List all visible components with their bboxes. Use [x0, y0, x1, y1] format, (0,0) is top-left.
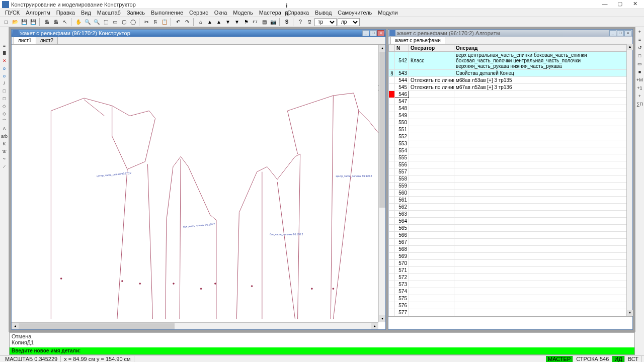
algo-row[interactable]: 557: [389, 168, 632, 175]
menu-Выполнение[interactable]: Выполнение: [148, 9, 186, 17]
doc-icon[interactable]: ▤: [260, 18, 268, 26]
algo-row[interactable]: 558: [389, 175, 632, 183]
menu-Запись[interactable]: Запись: [124, 9, 148, 17]
algo-row[interactable]: 571: [389, 267, 632, 274]
close-button[interactable]: ✕: [628, 1, 642, 9]
menu-Самоучитель[interactable]: Самоучитель: [335, 9, 375, 17]
algo-row[interactable]: 569: [389, 253, 632, 260]
col-s[interactable]: [389, 45, 395, 52]
undo-icon[interactable]: ↶: [174, 18, 182, 26]
menu-Масштаб[interactable]: Масштаб: [94, 9, 124, 17]
rtool-1[interactable]: ≡: [636, 37, 644, 44]
algorithm-titlebar[interactable]: жакет с рельефами (96:170:2) Алгоритм _ …: [388, 30, 632, 37]
algo-row[interactable]: 548: [389, 105, 632, 112]
print-icon[interactable]: 🖶: [43, 18, 51, 26]
mdi-max-button[interactable]: □: [370, 30, 377, 36]
combo-tr[interactable]: тр: [314, 18, 337, 26]
pattern-canvas[interactable]: центр_часть_спинки 96:170:2 бок_часть_сп…: [12, 45, 385, 329]
command-prompt[interactable]: Введите новое имя детали:: [10, 347, 634, 354]
algo-row[interactable]: 544Отложить по линиим68ав л53ав [+] 3 тр…: [389, 77, 632, 84]
ltool-1[interactable]: ≣: [1, 50, 9, 57]
algo-row[interactable]: 559: [389, 183, 632, 190]
ltool-14[interactable]: 'a': [1, 148, 9, 155]
algo-row[interactable]: 575: [389, 295, 632, 302]
col-n[interactable]: N: [395, 45, 409, 52]
t3-icon[interactable]: ▼: [224, 18, 232, 26]
algo-row[interactable]: 573: [389, 281, 632, 288]
arrow-icon[interactable]: ↖: [61, 18, 69, 26]
paste-icon[interactable]: 📋: [160, 18, 169, 26]
t4-icon[interactable]: ▼: [233, 18, 241, 26]
ltool-10[interactable]: ⌒: [1, 118, 9, 125]
canvas-hscroll[interactable]: ◂▸: [12, 322, 378, 329]
rtool-5[interactable]: ■: [636, 69, 644, 76]
algo-row[interactable]: 560: [389, 190, 632, 197]
up-icon[interactable]: ⌂: [197, 18, 205, 26]
algo-row[interactable]: 562: [389, 204, 632, 211]
maximize-button[interactable]: ▢: [613, 1, 627, 9]
algo-row[interactable]: 549: [389, 112, 632, 119]
algo-row[interactable]: 572: [389, 274, 632, 281]
canvas-vscroll[interactable]: ▴▾: [378, 45, 385, 322]
menu-Алгоритм[interactable]: Алгоритм: [23, 9, 53, 17]
algo-row[interactable]: 550: [389, 119, 632, 126]
ltool-5[interactable]: /: [1, 80, 9, 87]
rtool-3[interactable]: □: [636, 53, 644, 60]
constructor-titlebar[interactable]: жакет с рельефами (96:170:2) Конструктор…: [12, 30, 385, 37]
minimize-button[interactable]: —: [598, 1, 612, 9]
algo-row[interactable]: 552: [389, 133, 632, 140]
flag-icon[interactable]: ⚑: [242, 18, 250, 26]
ltool-4[interactable]: o: [1, 72, 9, 79]
help-icon[interactable]: ?: [296, 18, 304, 26]
rtool-0[interactable]: +: [636, 29, 644, 36]
f7-icon[interactable]: F7: [251, 18, 259, 26]
ltool-3[interactable]: o: [1, 65, 9, 72]
menu-Вывод[interactable]: Вывод: [312, 9, 335, 17]
cam-icon[interactable]: 📷: [269, 18, 277, 26]
menu-ПУСК[interactable]: ПУСК: [2, 9, 23, 17]
tool-i[interactable]: i: [283, 2, 291, 10]
rtool-2[interactable]: ↺: [636, 45, 644, 52]
algo-row[interactable]: 551: [389, 126, 632, 133]
menu-Окна[interactable]: Окна: [211, 9, 230, 17]
ltool-0[interactable]: ≡: [1, 42, 9, 49]
algo-row[interactable]: 565: [389, 225, 632, 232]
algo-row[interactable]: 576: [389, 302, 632, 309]
menu-Модель[interactable]: Модель: [230, 9, 256, 17]
window2-icon[interactable]: ▢: [120, 18, 128, 26]
mdi-close-button[interactable]: ×: [377, 30, 384, 36]
zoom-icon[interactable]: 🔍: [84, 18, 92, 26]
algo-row[interactable]: 564: [389, 218, 632, 225]
algo-row[interactable]: 568: [389, 246, 632, 253]
ltool-15[interactable]: ~: [1, 155, 9, 162]
rtool-4[interactable]: ▭: [636, 61, 644, 68]
new-icon[interactable]: □: [2, 18, 10, 26]
algo-row[interactable]: §543Свойства деталей Конец: [389, 70, 632, 77]
algo-row[interactable]: 555: [389, 154, 632, 161]
algo-row[interactable]: 553: [389, 140, 632, 147]
t1-icon[interactable]: ▲: [206, 18, 214, 26]
algo-input-area[interactable]: [388, 316, 632, 329]
redo-icon[interactable]: ↷: [183, 18, 191, 26]
ltool-16[interactable]: ⟋: [1, 163, 9, 170]
open-icon[interactable]: 📂: [11, 18, 19, 26]
lasso-icon[interactable]: ◯: [129, 18, 137, 26]
zoomfit-icon[interactable]: 🔍: [93, 18, 101, 26]
window-icon[interactable]: ▭: [111, 18, 119, 26]
cut-icon[interactable]: ✂: [142, 18, 150, 26]
tool-S[interactable]: S: [283, 18, 291, 26]
mdi-min-button[interactable]: _: [609, 30, 616, 36]
menu-Мастера[interactable]: Мастера: [256, 9, 284, 17]
save2-icon[interactable]: 💾: [29, 18, 37, 26]
tab-sheet2[interactable]: лист2: [36, 37, 58, 44]
print2-icon[interactable]: 🖶: [52, 18, 60, 26]
ltool-12[interactable]: arb: [1, 133, 9, 140]
menu-Вид[interactable]: Вид: [78, 9, 94, 17]
copy-icon[interactable]: ⎘: [151, 18, 159, 26]
algo-row[interactable]: 567: [389, 239, 632, 246]
rtool-8[interactable]: +: [636, 94, 644, 101]
algo-row[interactable]: 566: [389, 232, 632, 239]
algo-row[interactable]: 542Классверх центральная_часть_спинки бо…: [389, 52, 632, 70]
rtool-7[interactable]: +1: [636, 85, 644, 93]
ltool-2[interactable]: ✕: [1, 57, 9, 64]
